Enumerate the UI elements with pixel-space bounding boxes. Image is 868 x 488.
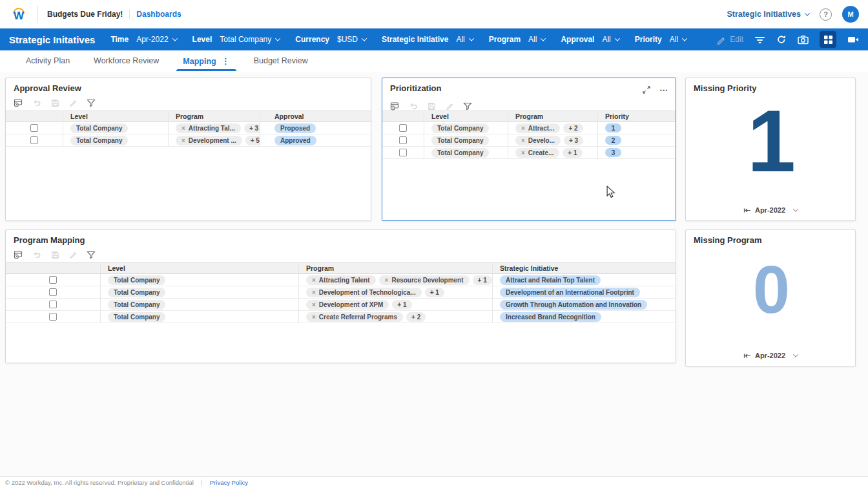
tab-label: Activity Plan: [26, 56, 70, 65]
undo-icon[interactable]: [32, 250, 41, 259]
program-chip[interactable]: ×Resource Development: [379, 275, 470, 285]
pencil-icon: [716, 35, 726, 45]
tab-options-kebab-icon[interactable]: ⋮: [222, 56, 230, 66]
program-chip[interactable]: ×Create...: [515, 148, 559, 158]
program-chip[interactable]: ×Create Referral Programs: [306, 312, 403, 322]
filter-currency-dropdown[interactable]: $USD: [337, 35, 366, 44]
undo-icon[interactable]: [32, 98, 41, 107]
chevron-down-icon: [793, 206, 798, 211]
filter-funnel-icon[interactable]: [463, 102, 472, 111]
close-icon[interactable]: ×: [521, 125, 525, 132]
filter-level-dropdown[interactable]: Total Company: [220, 35, 280, 44]
more-chips-pill[interactable]: + 1: [473, 275, 492, 285]
tab-mapping[interactable]: Mapping ⋮: [183, 50, 229, 71]
more-chips-pill[interactable]: + 2: [563, 123, 583, 133]
camera-icon[interactable]: [798, 35, 809, 45]
reset-sheet-icon[interactable]: [14, 98, 23, 107]
period-label: Apr-2022: [755, 206, 785, 214]
row-checkbox[interactable]: [399, 124, 407, 132]
filter-program-dropdown[interactable]: All: [528, 35, 545, 44]
program-chip[interactable]: ×Attract...: [515, 123, 560, 133]
more-chips-pill[interactable]: + 3: [564, 136, 583, 145]
divider: [37, 6, 38, 23]
close-icon[interactable]: ×: [312, 313, 316, 321]
edit-button[interactable]: Edit: [716, 35, 743, 45]
undo-icon[interactable]: [409, 101, 418, 111]
filter-strategic-initiative: Strategic Initiative All: [382, 35, 473, 44]
privacy-policy-link[interactable]: Privacy Policy: [210, 479, 248, 486]
filter-priority-dropdown[interactable]: All: [670, 35, 687, 44]
program-chip[interactable]: ×Attracting Tal...: [176, 123, 241, 133]
more-chips-pill[interactable]: + 2: [406, 312, 426, 322]
refresh-icon[interactable]: [776, 34, 787, 45]
more-chips-pill[interactable]: + 1: [563, 148, 582, 158]
panel-missing-program: Missing Program 0 Apr-2022: [685, 229, 856, 366]
filter-strategic-initiative-dropdown[interactable]: All: [456, 35, 473, 44]
more-chips-pill[interactable]: + 5: [245, 136, 260, 145]
more-chips-pill[interactable]: + 1: [425, 288, 444, 297]
row-checkbox[interactable]: [30, 136, 38, 144]
table-row: Total Company ×Create Referral Programs …: [6, 311, 676, 323]
initiative-pill: Increased Brand Recognition: [500, 312, 601, 322]
expand-panel-icon[interactable]: [643, 85, 650, 96]
row-checkbox[interactable]: [399, 149, 407, 156]
filter-icon[interactable]: [754, 35, 765, 45]
filter-funnel-icon[interactable]: [87, 99, 96, 107]
row-checkbox[interactable]: [30, 124, 38, 132]
tab-label: Budget Review: [254, 56, 308, 65]
close-icon[interactable]: ×: [181, 137, 185, 144]
workspace-dropdown[interactable]: Strategic Initiatives: [727, 10, 809, 19]
priority-pill: 2: [605, 136, 621, 145]
metric-period-selector[interactable]: Apr-2022: [686, 206, 855, 214]
panel-program-mapping: Program Mapping Level Program Strategic …: [5, 229, 676, 363]
close-icon[interactable]: ×: [521, 137, 525, 144]
close-icon[interactable]: ×: [312, 289, 316, 296]
edit-cell-icon[interactable]: [446, 102, 453, 110]
presentation-video-icon[interactable]: [847, 35, 859, 44]
filter-approval-dropdown[interactable]: All: [602, 35, 619, 44]
program-chip[interactable]: ×Attracting Talent: [306, 275, 376, 285]
close-icon[interactable]: ×: [521, 149, 525, 156]
row-checkbox[interactable]: [399, 136, 407, 144]
program-chip[interactable]: ×Develo...: [515, 136, 561, 145]
tab-budget-review[interactable]: Budget Review: [254, 50, 308, 70]
tab-workforce-review[interactable]: Workforce Review: [94, 50, 159, 70]
row-checkbox[interactable]: [49, 313, 57, 321]
approval-status-pill: Proposed: [274, 123, 316, 133]
panel-more-icon[interactable]: ⋯: [659, 88, 668, 93]
save-icon[interactable]: [51, 251, 59, 259]
dashboard-grid-view-icon[interactable]: [820, 31, 836, 48]
filter-funnel-icon[interactable]: [87, 251, 96, 259]
avatar[interactable]: M: [842, 6, 859, 23]
save-icon[interactable]: [51, 99, 59, 107]
help-icon[interactable]: ?: [820, 8, 832, 21]
tab-activity-plan[interactable]: Activity Plan: [26, 50, 70, 70]
save-icon[interactable]: [428, 102, 436, 111]
row-checkbox[interactable]: [49, 288, 57, 296]
more-chips-pill[interactable]: + 1: [392, 300, 411, 310]
metric-period-selector[interactable]: Apr-2022: [686, 352, 855, 359]
dashboards-link[interactable]: Dashboards: [136, 10, 181, 19]
program-chip[interactable]: ×Development of Technologica...: [306, 288, 422, 297]
program-chip[interactable]: ×Development ...: [176, 136, 242, 145]
edit-cell-icon[interactable]: [69, 251, 77, 259]
reset-sheet-icon[interactable]: [14, 250, 23, 259]
close-icon[interactable]: ×: [181, 125, 185, 132]
reset-sheet-icon[interactable]: [390, 101, 399, 111]
workday-logo[interactable]: W: [9, 5, 28, 24]
panel-title: Missing Program: [686, 230, 855, 245]
close-icon[interactable]: ×: [385, 277, 389, 284]
close-icon[interactable]: ×: [312, 301, 316, 308]
edit-cell-icon[interactable]: [69, 99, 77, 107]
filter-value: All: [602, 35, 610, 44]
filter-program: Program All: [489, 35, 546, 44]
more-chips-pill[interactable]: + 3: [244, 123, 260, 133]
close-icon[interactable]: ×: [312, 277, 316, 284]
row-checkbox[interactable]: [49, 301, 57, 308]
time-shift-icon: [743, 207, 751, 213]
level-pill: Total Company: [108, 288, 165, 297]
program-chip[interactable]: ×Development of XPM: [306, 300, 389, 310]
row-checkbox[interactable]: [49, 276, 57, 284]
filter-label: Currency: [295, 35, 329, 44]
filter-time-dropdown[interactable]: Apr-2022: [136, 35, 176, 44]
